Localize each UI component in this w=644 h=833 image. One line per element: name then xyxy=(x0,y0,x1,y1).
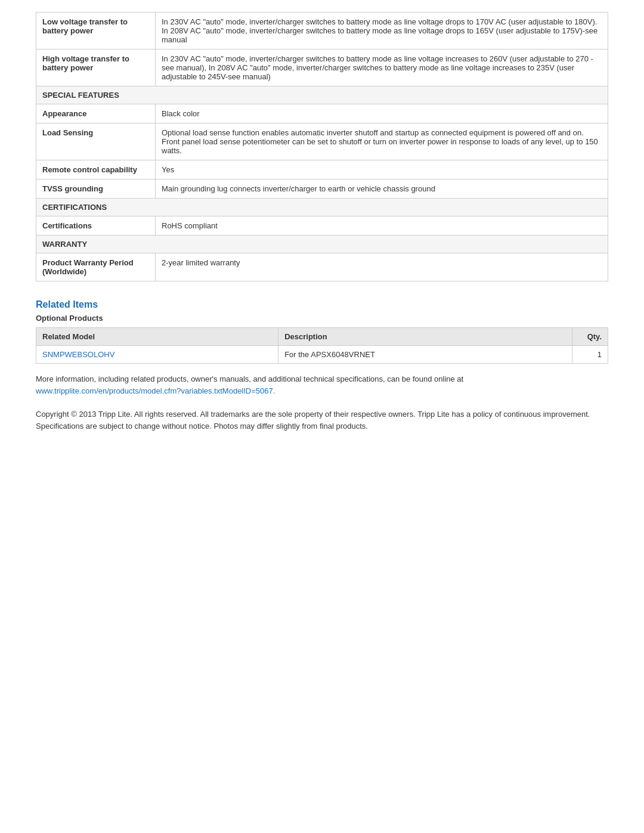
col-header-model: Related Model xyxy=(36,328,278,346)
related-items-section: Related Items Optional Products Related … xyxy=(36,299,608,432)
specs-row-value: 2-year limited warranty xyxy=(156,253,608,281)
related-table-header-row: Related Model Description Qty. xyxy=(36,328,608,346)
specs-data-row: High voltage transfer to battery powerIn… xyxy=(36,49,608,86)
specs-data-row: CertificationsRoHS compliant xyxy=(36,216,608,236)
copyright-text: Copyright © 2013 Tripp Lite. All rights … xyxy=(36,408,608,432)
specs-data-row: TVSS groundingMain grounding lug connect… xyxy=(36,179,608,199)
related-description-cell: For the APSX6048VRNET xyxy=(278,346,572,364)
more-info-label: More information, including related prod… xyxy=(36,374,463,383)
section-header-label: SPECIAL FEATURES xyxy=(36,86,608,104)
related-items-heading: Related Items xyxy=(36,299,608,310)
specs-row-label: Remote control capability xyxy=(36,160,156,179)
specs-section-header: SPECIAL FEATURES xyxy=(36,86,608,104)
specs-section-header: WARRANTY xyxy=(36,236,608,253)
related-model-cell: SNMPWEBSOLOHV xyxy=(36,346,278,364)
section-header-label: WARRANTY xyxy=(36,236,608,253)
specs-row-value: In 230V AC "auto" mode, inverter/charger… xyxy=(156,49,608,86)
specs-data-row: Low voltage transfer to battery powerIn … xyxy=(36,13,608,49)
specs-row-value: Yes xyxy=(156,160,608,179)
related-table-row: SNMPWEBSOLOHVFor the APSX6048VRNET1 xyxy=(36,346,608,364)
section-header-label: CERTIFICATIONS xyxy=(36,199,608,216)
specs-section-header: CERTIFICATIONS xyxy=(36,199,608,216)
related-table: Related Model Description Qty. SNMPWEBSO… xyxy=(36,327,608,364)
more-info-text: More information, including related prod… xyxy=(36,373,608,397)
specs-row-value: Main grounding lug connects inverter/cha… xyxy=(156,179,608,199)
specs-data-row: Remote control capabilityYes xyxy=(36,160,608,179)
more-info-link[interactable]: www.tripplite.com/en/products/model.cfm?… xyxy=(36,386,275,395)
specs-row-value: In 230V AC "auto" mode, inverter/charger… xyxy=(156,13,608,49)
specs-row-label: Load Sensing xyxy=(36,123,156,160)
specs-row-label: High voltage transfer to battery power xyxy=(36,49,156,86)
specs-row-label: Appearance xyxy=(36,104,156,123)
specs-data-row: Load SensingOptional load sense function… xyxy=(36,123,608,160)
specs-row-value: RoHS compliant xyxy=(156,216,608,236)
col-header-qty: Qty. xyxy=(572,328,608,346)
specs-row-label: Low voltage transfer to battery power xyxy=(36,13,156,49)
specs-row-label: Product Warranty Period (Worldwide) xyxy=(36,253,156,281)
specs-row-value: Black color xyxy=(156,104,608,123)
specs-row-label: Certifications xyxy=(36,216,156,236)
optional-products-label: Optional Products xyxy=(36,314,608,323)
specs-row-value: Optional load sense function enables aut… xyxy=(156,123,608,160)
related-qty-cell: 1 xyxy=(572,346,608,364)
specs-row-label: TVSS grounding xyxy=(36,179,156,199)
related-model-link[interactable]: SNMPWEBSOLOHV xyxy=(42,350,114,359)
specs-data-row: AppearanceBlack color xyxy=(36,104,608,123)
specs-data-row: Product Warranty Period (Worldwide)2-yea… xyxy=(36,253,608,281)
specs-table: Low voltage transfer to battery powerIn … xyxy=(36,12,608,281)
col-header-description: Description xyxy=(278,328,572,346)
